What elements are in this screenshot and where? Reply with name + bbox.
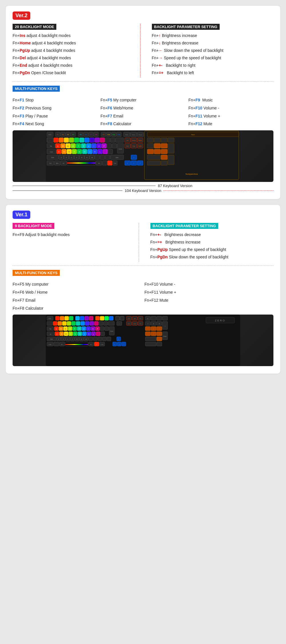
fn-label: Fn+ <box>13 62 20 68</box>
svg-text:Home: Home <box>132 140 136 141</box>
del-key: Del <box>20 55 26 61</box>
svg-text:CpsL: CpsL <box>50 151 53 153</box>
svg-text:D: D <box>69 151 70 153</box>
ver1-card: Ver.1 9 BACKLIGHT MODE Fn+F9 Adjust 9 ba… <box>6 205 280 374</box>
svg-text:D: D <box>65 333 67 335</box>
svg-text:4: 4 <box>148 328 148 330</box>
svg-text:T: T <box>78 145 79 147</box>
ver1-backlight-col: 9 BACKLIGHT MODE Fn+F9 Adjust 9 backligh… <box>13 223 136 262</box>
svg-rect-312 <box>98 337 102 341</box>
svg-text:G: G <box>75 333 76 335</box>
svg-rect-178 <box>60 316 64 320</box>
svg-text:END: END <box>134 323 136 325</box>
pgdn-key: PgDn <box>20 70 30 76</box>
svg-text:F5: F5 <box>80 134 82 136</box>
svg-rect-321 <box>54 342 59 346</box>
ver1-param-col: BACKLIGHT PARAMETER SETTING Fn+ +- Brigh… <box>142 223 274 262</box>
svg-rect-93 <box>154 144 160 148</box>
svg-rect-311 <box>93 337 97 341</box>
svg-rect-201 <box>162 316 168 320</box>
svg-text:PU: PU <box>140 318 141 319</box>
svg-text:PgUp: PgUp <box>138 140 142 141</box>
svg-text:Enter: Enter <box>110 331 114 332</box>
ver1-f9-row: Fn+F9 Adjust 9 backlight modes <box>13 232 136 238</box>
ver1-fn-f5: Fn+F5 My computer <box>13 281 142 288</box>
fn-label: Fn+ <box>13 48 20 54</box>
fn-f6: Fn+F6 Web/Home <box>100 105 185 112</box>
svg-text:C: C <box>71 157 72 158</box>
pgup-text: adjust 4 backlight modes <box>30 48 75 54</box>
param-backlight-right: Fn+ +- Backlight to right <box>152 62 274 68</box>
svg-text:Tab: Tab <box>49 328 51 330</box>
svg-rect-181 <box>76 316 80 320</box>
svg-rect-57 <box>154 138 160 142</box>
ver1-multi-header: MULTI-FUNCTION KEYS <box>13 270 60 276</box>
svg-text:→: → <box>139 162 141 164</box>
svg-rect-177 <box>55 316 59 320</box>
svg-rect-183 <box>85 316 89 320</box>
section-divider <box>13 81 273 82</box>
param-slow-down: Fn+ ← Slow down the speed of backlight <box>152 48 274 54</box>
svg-text:End: End <box>133 145 135 147</box>
ver1-fn-f6: Fn+F6 Web / Home <box>13 289 142 296</box>
ver2-multi-header: MULTI-FUNCTION KEYS <box>13 86 60 92</box>
ver2-badge: Ver.2 <box>13 11 30 20</box>
svg-text:O: O <box>92 328 94 330</box>
ver1-fn-f7: Fn+F7 Email <box>13 297 142 304</box>
param-brightness-up: Fn+ ↑ Brightness increase <box>152 33 274 39</box>
svg-rect-203 <box>53 321 57 325</box>
svg-rect-139 <box>105 155 110 160</box>
svg-text:ScrLk: ScrLk <box>132 134 135 136</box>
svg-text:F12: F12 <box>118 134 120 136</box>
ver1-param-pgup: Fn+ PgUp Speed up the speed of backlight <box>150 247 274 253</box>
svg-rect-212 <box>94 321 98 325</box>
svg-text:U: U <box>88 145 89 147</box>
home-key: Home <box>20 40 31 46</box>
svg-text:W: W <box>62 145 64 147</box>
svg-text:Y: Y <box>79 328 80 330</box>
end-key: End <box>20 62 27 68</box>
ver1-fn-f12: Fn+F12 Mute <box>144 297 273 304</box>
ver2-card: Ver.2 20 BACKLIGHT MODE Fn+ Ins adjust 4… <box>6 6 280 199</box>
svg-text:Fn: Fn <box>109 162 111 164</box>
fn-pgdn-row: Fn+ PgDn Open /Close backlit <box>13 70 134 76</box>
svg-text:Pause: Pause <box>139 134 142 136</box>
pgup-key: PgUp <box>20 48 30 54</box>
svg-text:F2: F2 <box>62 134 64 136</box>
page-wrapper: Ver.2 20 BACKLIGHT MODE Fn+ Ins adjust 4… <box>0 0 286 379</box>
svg-text:9: 9 <box>159 323 160 325</box>
ins-key: Ins <box>20 33 25 39</box>
svg-text:V: V <box>72 338 73 340</box>
svg-rect-146 <box>168 155 174 165</box>
svg-rect-117 <box>108 149 113 154</box>
svg-rect-37 <box>54 138 58 142</box>
svg-rect-145 <box>161 155 167 160</box>
svg-rect-59 <box>168 138 174 142</box>
svg-text:N: N <box>81 338 82 340</box>
svg-rect-82 <box>107 144 112 148</box>
ver1-badge: Ver.1 <box>13 211 30 219</box>
fn-label: Fn+ <box>13 33 20 39</box>
svg-rect-182 <box>80 316 84 320</box>
svg-rect-211 <box>90 321 94 325</box>
svg-text:C: C <box>67 338 68 340</box>
svg-text:1: 1 <box>148 333 148 335</box>
svg-text:A: A <box>58 151 59 153</box>
svg-text:K: K <box>88 333 90 335</box>
svg-text:[A]: [A] <box>50 333 51 335</box>
svg-text:Enter: Enter <box>164 336 167 337</box>
svg-text:→: → <box>119 323 120 325</box>
fn-f7: Fn+F7 Email <box>100 113 185 120</box>
svg-text:Q: Q <box>57 145 59 147</box>
svg-text:F9: F9 <box>103 134 104 136</box>
svg-text:E: E <box>67 145 69 147</box>
svg-rect-317 <box>145 337 156 341</box>
fn-label: Fn+ <box>13 70 20 76</box>
svg-rect-154 <box>67 162 96 164</box>
svg-rect-138 <box>100 155 105 160</box>
fn-f10: Fn+F10 Volume - <box>188 105 273 112</box>
svg-text:X: X <box>63 338 64 340</box>
svg-rect-208 <box>76 321 80 325</box>
kb-ver87-label: 87 Keyboard Version <box>156 184 195 188</box>
svg-rect-314 <box>107 337 111 341</box>
